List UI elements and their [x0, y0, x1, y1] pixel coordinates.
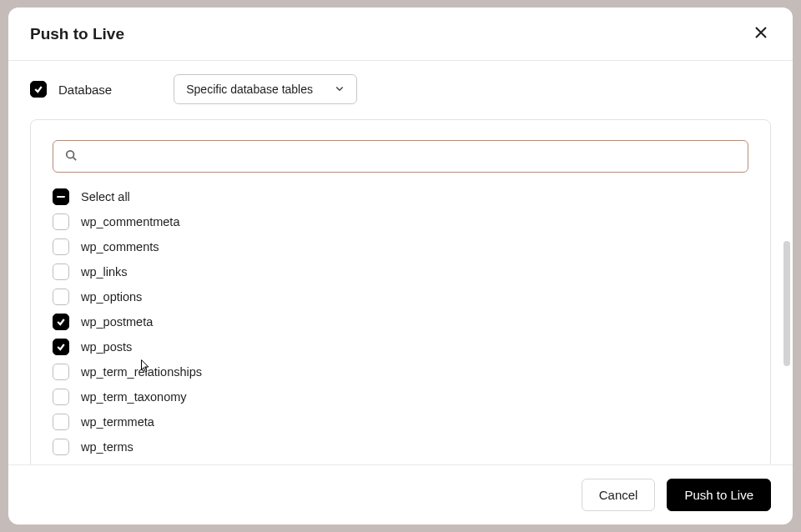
table-checkbox[interactable] [53, 339, 69, 355]
table-name: wp_commentmeta [81, 215, 179, 228]
search-field-wrap[interactable] [53, 140, 748, 173]
table-checkbox[interactable] [53, 263, 69, 280]
close-button[interactable] [751, 23, 771, 45]
modal-footer: Cancel Push to Live [8, 464, 793, 524]
modal-header: Push to Live [8, 8, 793, 61]
select-all-checkbox[interactable] [53, 188, 69, 205]
select-all-label: Select all [81, 190, 130, 203]
search-input[interactable] [85, 150, 736, 163]
table-checkbox[interactable] [53, 414, 69, 430]
table-row: wp_termmeta [53, 409, 748, 434]
chevron-down-icon [335, 83, 345, 96]
table-row: wp_commentmeta [53, 209, 748, 234]
tables-panel: Select all wp_commentmetawp_commentswp_l… [30, 119, 771, 464]
table-name: wp_comments [81, 240, 159, 253]
modal-body: Database Specific database tables Select [8, 61, 793, 464]
dropdown-value: Specific database tables [186, 83, 313, 96]
table-name: wp_term_taxonomy [81, 390, 187, 404]
search-icon [65, 149, 77, 163]
table-name: wp_terms [81, 440, 134, 454]
database-checkbox[interactable] [30, 81, 47, 98]
push-to-live-modal: Push to Live Database Specific database … [8, 8, 793, 524]
table-row: wp_term_taxonomy [53, 384, 748, 409]
table-checkbox[interactable] [53, 238, 69, 255]
table-name: wp_options [81, 290, 142, 304]
table-row: wp_terms [53, 434, 748, 459]
tables-scope-dropdown[interactable]: Specific database tables [174, 74, 357, 104]
table-name: wp_posts [81, 340, 132, 354]
table-name: wp_termmeta [81, 415, 154, 429]
database-label: Database [58, 83, 112, 97]
table-row: wp_posts [53, 334, 748, 359]
table-name: wp_postmeta [81, 315, 153, 329]
svg-point-0 [67, 151, 74, 158]
select-all-row: Select all [53, 184, 748, 209]
close-icon [754, 26, 768, 42]
submit-button[interactable]: Push to Live [667, 479, 771, 511]
table-row: wp_term_relationships [53, 359, 748, 384]
scrollbar[interactable] [783, 241, 790, 366]
table-row: wp_postmeta [53, 309, 748, 334]
table-row: wp_links [53, 259, 748, 284]
table-name: wp_links [81, 265, 128, 279]
table-checkbox[interactable] [53, 213, 69, 230]
table-checkbox[interactable] [53, 289, 69, 305]
table-checkbox[interactable] [53, 439, 69, 455]
tables-list: wp_commentmetawp_commentswp_linkswp_opti… [53, 209, 748, 459]
table-checkbox[interactable] [53, 314, 69, 330]
table-checkbox[interactable] [53, 364, 69, 380]
database-row: Database Specific database tables [30, 74, 771, 104]
cancel-button[interactable]: Cancel [582, 479, 656, 511]
modal-title: Push to Live [30, 25, 124, 43]
table-row: wp_options [53, 284, 748, 309]
table-checkbox[interactable] [53, 389, 69, 405]
table-name: wp_term_relationships [81, 365, 202, 379]
table-row: wp_comments [53, 234, 748, 259]
